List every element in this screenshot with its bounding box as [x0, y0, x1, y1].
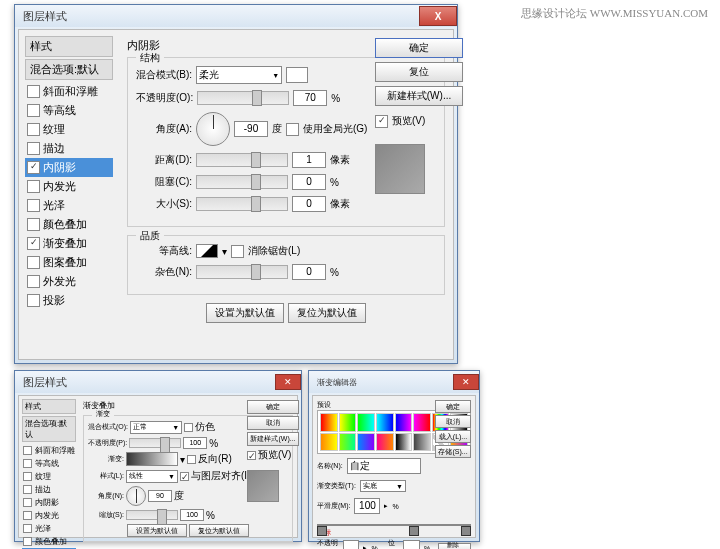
- color-swatch[interactable]: [286, 67, 308, 83]
- reset-default-button[interactable]: 复位为默认值: [189, 524, 249, 537]
- sidebar-item[interactable]: 等高线: [22, 457, 76, 470]
- style-checkbox[interactable]: [27, 161, 40, 174]
- blend-options[interactable]: 混合选项:默认: [22, 416, 76, 442]
- style-checkbox[interactable]: [27, 218, 40, 231]
- opacity-value[interactable]: 70: [293, 90, 327, 106]
- globallight-check[interactable]: [286, 123, 299, 136]
- sidebar-item[interactable]: 外发光: [25, 272, 113, 291]
- gradient-picker[interactable]: [126, 452, 178, 466]
- sidebar-item[interactable]: 颜色叠加: [22, 535, 76, 548]
- style-checkbox[interactable]: [27, 85, 40, 98]
- blendmode-combo[interactable]: 正常: [130, 421, 182, 434]
- sidebar-item[interactable]: 投影: [25, 291, 113, 310]
- load-button[interactable]: 载入(L)...: [435, 430, 471, 443]
- align-check[interactable]: [180, 472, 189, 481]
- gradient-preset[interactable]: [357, 433, 375, 452]
- antialias-check[interactable]: [231, 245, 244, 258]
- titlebar[interactable]: 图层样式 X: [15, 5, 457, 27]
- ok-button[interactable]: 确定: [247, 400, 299, 414]
- delete-button[interactable]: 删除(D): [438, 543, 471, 550]
- preview-check[interactable]: [375, 115, 388, 128]
- cancel-button[interactable]: 取消: [435, 415, 471, 428]
- angle-value[interactable]: -90: [234, 121, 268, 137]
- style-checkbox[interactable]: [27, 256, 40, 269]
- style-checkbox[interactable]: [23, 485, 32, 494]
- size-slider[interactable]: [196, 197, 288, 211]
- style-checkbox[interactable]: [23, 537, 32, 546]
- type-combo[interactable]: 实底: [360, 480, 406, 492]
- style-checkbox[interactable]: [27, 237, 40, 250]
- gradient-preset[interactable]: [320, 433, 338, 452]
- sidebar-item[interactable]: 纹理: [22, 470, 76, 483]
- noise-value[interactable]: 0: [292, 264, 326, 280]
- style-checkbox[interactable]: [27, 294, 40, 307]
- gradient-preset[interactable]: [376, 413, 394, 432]
- gradient-preset[interactable]: [320, 413, 338, 432]
- choke-slider[interactable]: [196, 175, 288, 189]
- gradient-preset[interactable]: [413, 413, 431, 432]
- titlebar[interactable]: 渐变编辑器 ✕: [309, 371, 479, 393]
- sidebar-item[interactable]: 纹理: [25, 120, 113, 139]
- angle-dial[interactable]: [196, 112, 230, 146]
- sidebar-item[interactable]: 等高线: [25, 101, 113, 120]
- style-checkbox[interactable]: [23, 498, 32, 507]
- distance-slider[interactable]: [196, 153, 288, 167]
- close-icon[interactable]: X: [419, 6, 457, 26]
- save-button[interactable]: 存储(S)...: [435, 445, 471, 458]
- new-style-button[interactable]: 新建样式(W)...: [247, 432, 299, 446]
- style-checkbox[interactable]: [27, 199, 40, 212]
- opacity-slider[interactable]: [197, 91, 289, 105]
- dither-check[interactable]: [184, 423, 193, 432]
- sidebar-item[interactable]: 光泽: [22, 522, 76, 535]
- sidebar-item[interactable]: 图案叠加: [25, 253, 113, 272]
- close-icon[interactable]: ✕: [453, 374, 479, 390]
- cancel-button[interactable]: 取消: [247, 416, 299, 430]
- preview-check[interactable]: [247, 451, 256, 460]
- ok-button[interactable]: 确定: [435, 400, 471, 413]
- scale-slider[interactable]: [126, 510, 178, 520]
- style-checkbox[interactable]: [27, 123, 40, 136]
- gradient-preset[interactable]: [339, 433, 357, 452]
- style-combo[interactable]: 线性: [126, 470, 178, 483]
- sidebar-item[interactable]: 描边: [22, 483, 76, 496]
- gradient-preset[interactable]: [357, 413, 375, 432]
- style-checkbox[interactable]: [23, 511, 32, 520]
- style-checkbox[interactable]: [27, 275, 40, 288]
- style-checkbox[interactable]: [27, 104, 40, 117]
- gradient-preset[interactable]: [413, 433, 431, 452]
- set-default-button[interactable]: 设置为默认值: [206, 303, 284, 323]
- sidebar-header[interactable]: 样式: [25, 36, 113, 57]
- opacity-slider[interactable]: [129, 438, 181, 448]
- ok-button[interactable]: 确定: [375, 38, 463, 58]
- sidebar-header[interactable]: 样式: [22, 399, 76, 414]
- sidebar-item[interactable]: 内发光: [25, 177, 113, 196]
- sidebar-item[interactable]: 颜色叠加: [25, 215, 113, 234]
- sidebar-item[interactable]: 渐变叠加: [25, 234, 113, 253]
- set-default-button[interactable]: 设置为默认值: [127, 524, 187, 537]
- blendmode-combo[interactable]: 柔光: [196, 66, 282, 84]
- reverse-check[interactable]: [187, 455, 196, 464]
- style-checkbox[interactable]: [27, 142, 40, 155]
- style-checkbox[interactable]: [23, 524, 32, 533]
- sidebar-item[interactable]: 光泽: [25, 196, 113, 215]
- sidebar-item[interactable]: 斜面和浮雕: [25, 82, 113, 101]
- gradient-bar[interactable]: [317, 524, 471, 526]
- angle-dial[interactable]: [126, 486, 146, 506]
- gradient-preset[interactable]: [376, 433, 394, 452]
- style-checkbox[interactable]: [23, 459, 32, 468]
- cancel-button[interactable]: 复位: [375, 62, 463, 82]
- sidebar-item[interactable]: 斜面和浮雕: [22, 444, 76, 457]
- close-icon[interactable]: ✕: [275, 374, 301, 390]
- gradient-preset[interactable]: [339, 413, 357, 432]
- blend-options[interactable]: 混合选项:默认: [25, 59, 113, 80]
- contour-picker[interactable]: [196, 244, 218, 258]
- style-checkbox[interactable]: [27, 180, 40, 193]
- titlebar[interactable]: 图层样式 ✕: [15, 371, 301, 393]
- name-input[interactable]: 自定: [347, 458, 421, 474]
- sidebar-item[interactable]: 内阴影: [25, 158, 113, 177]
- choke-value[interactable]: 0: [292, 174, 326, 190]
- reset-default-button[interactable]: 复位为默认值: [288, 303, 366, 323]
- sidebar-item[interactable]: 内阴影: [22, 496, 76, 509]
- size-value[interactable]: 0: [292, 196, 326, 212]
- style-checkbox[interactable]: [23, 446, 32, 455]
